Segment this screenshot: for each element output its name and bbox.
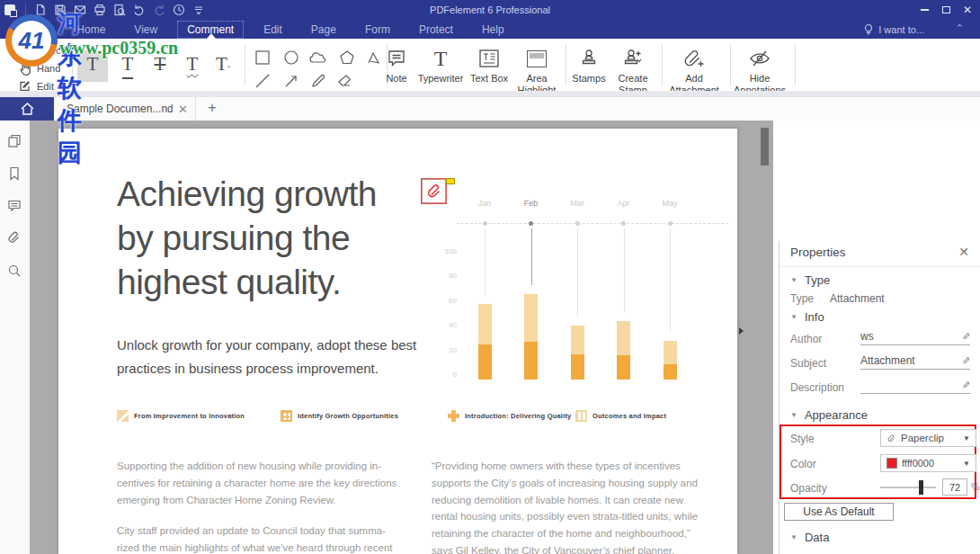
subject-field[interactable]: Attachment ✎	[860, 354, 970, 370]
oval-shape-tool[interactable]	[281, 49, 302, 67]
menu-file[interactable]: File	[22, 22, 57, 38]
chart-bar-dark	[571, 354, 584, 380]
new-file-icon[interactable]	[31, 2, 50, 18]
comments-panel-icon[interactable]	[6, 198, 22, 214]
data-section-header[interactable]: ▼ Data	[790, 531, 829, 544]
chart-bar-dark	[478, 344, 492, 380]
hide-annotations-button[interactable]: Hide Annotations	[732, 46, 788, 96]
undo-icon[interactable]	[129, 2, 149, 18]
typewriter-label: Typewriter	[418, 73, 464, 85]
pencil-draw-tool[interactable]	[307, 72, 329, 90]
note-button[interactable]: Note	[376, 46, 417, 85]
expand-right-panel-handle[interactable]	[739, 327, 744, 335]
tab-close-icon[interactable]: ✕	[178, 103, 188, 116]
save-icon[interactable]	[50, 2, 70, 18]
rectangle-shape-tool[interactable]	[252, 49, 273, 67]
divider	[780, 266, 980, 267]
strikethrough-tool[interactable]: T	[145, 50, 175, 82]
menu-home[interactable]: Home	[67, 22, 114, 38]
cloud-shape-tool[interactable]	[307, 49, 329, 67]
edit-pencil-icon[interactable]: ✎	[962, 355, 970, 367]
menu-page[interactable]: Page	[302, 22, 345, 38]
edit-pencil-icon[interactable]: ✎	[962, 380, 970, 391]
new-tab-icon[interactable]: +	[203, 100, 221, 116]
title-bar: PDFelement 6 Professional ✕	[0, 0, 980, 20]
stamps-label: Stamps	[572, 73, 605, 85]
minimize-button[interactable]	[915, 2, 933, 18]
vertical-scrollbar-thumb[interactable]	[761, 128, 769, 165]
underline-tool[interactable]: T	[112, 50, 143, 82]
chevron-down-icon: ▼	[790, 533, 797, 541]
author-label: Author	[790, 333, 822, 345]
i-want-to[interactable]: I want to...	[863, 20, 924, 39]
customize-toolbar-icon[interactable]	[189, 2, 209, 18]
add-attachment-button[interactable]: Add Attachment	[665, 46, 723, 96]
menu-view[interactable]: View	[125, 22, 166, 38]
use-as-default-button[interactable]: Use As Default	[784, 503, 894, 521]
collapse-ribbon-icon[interactable]: ⌃	[956, 22, 964, 34]
bookmarks-panel-icon[interactable]	[6, 165, 22, 182]
type-section-header[interactable]: ▼ Type	[790, 273, 830, 287]
create-stamp-icon	[623, 46, 643, 71]
opacity-value-input[interactable]: 72	[942, 478, 967, 496]
print-icon[interactable]	[90, 2, 110, 18]
history-icon[interactable]	[169, 2, 189, 18]
preview-icon[interactable]	[110, 2, 129, 18]
chart-timeline-dot	[529, 221, 533, 226]
typewriter-button[interactable]: T Typewriter	[415, 46, 466, 85]
chart-ytick: 100	[439, 247, 457, 255]
properties-close-icon[interactable]: ✕	[958, 245, 969, 259]
home-button[interactable]	[0, 97, 54, 121]
menu-edit[interactable]: Edit	[254, 22, 291, 38]
appearance-section-header[interactable]: ▼ Appearance	[790, 408, 868, 422]
stamps-button[interactable]: Stamps	[568, 46, 610, 85]
select-tool-label: Select	[36, 45, 64, 56]
chart-timeline-dot	[621, 221, 626, 226]
chart-timeline-dot	[483, 221, 487, 226]
email-icon[interactable]	[70, 2, 90, 18]
menu-protect[interactable]: Protect	[410, 22, 462, 38]
create-stamp-button[interactable]: Create Stamp	[610, 46, 656, 96]
edit-pencil-icon[interactable]: ✎	[962, 331, 970, 343]
polygon-shape-tool[interactable]	[336, 49, 358, 67]
close-button[interactable]: ✕	[958, 2, 976, 18]
author-field[interactable]: ws ✎	[860, 330, 970, 345]
thumbnails-panel-icon[interactable]	[6, 133, 22, 149]
arrow-shape-tool[interactable]	[281, 72, 302, 90]
squiggly-underline-tool[interactable]: T	[177, 50, 208, 82]
attachments-panel-icon[interactable]	[6, 230, 22, 246]
style-dropdown[interactable]: Paperclip ▼	[880, 429, 976, 447]
main-area: Achieving growth by pursuing the highest…	[0, 121, 980, 554]
area-highlight-icon	[527, 46, 547, 71]
menu-help[interactable]: Help	[473, 22, 513, 38]
hand-tool[interactable]: Hand	[18, 61, 60, 76]
area-highlight-button[interactable]: Area Highlight	[512, 46, 561, 96]
eraser-tool[interactable]	[334, 72, 356, 90]
select-tool[interactable]: Select	[18, 43, 64, 57]
type-row-label: Type	[790, 292, 814, 305]
line-shape-tool[interactable]	[252, 72, 273, 90]
highlight-tool[interactable]: T	[77, 50, 108, 82]
app-icon[interactable]	[4, 4, 15, 15]
text-box-icon	[478, 46, 500, 71]
menu-form[interactable]: Form	[356, 22, 399, 38]
cursor-icon	[18, 43, 31, 57]
document-tab[interactable]: Sample Documen...nded ✕	[54, 97, 196, 121]
info-section-header[interactable]: ▼ Info	[790, 310, 824, 324]
document-tab-bar: Sample Documen...nded ✕ +	[0, 97, 980, 121]
search-panel-icon[interactable]	[6, 263, 22, 279]
paperclip-plus-icon	[682, 46, 707, 71]
maximize-button[interactable]	[937, 2, 955, 18]
opacity-slider-handle[interactable]	[919, 480, 923, 495]
text-box-button[interactable]: Text Box	[466, 46, 512, 85]
chart-bar-light	[524, 294, 538, 342]
description-field[interactable]: ✎	[860, 379, 970, 394]
properties-panel: Properties ✕ ▼ Type Type Attachment ▼ In…	[779, 241, 980, 554]
color-dropdown[interactable]: ffff0000 ▼	[880, 454, 976, 472]
redo-icon[interactable]	[149, 2, 169, 18]
paperclip-small-icon	[886, 433, 896, 443]
opacity-slider-track[interactable]	[880, 487, 936, 488]
chart-timeline-dot	[575, 221, 580, 226]
insert-caret-tool[interactable]: Tˆ	[208, 50, 238, 82]
annotation-flag[interactable]	[446, 178, 455, 184]
